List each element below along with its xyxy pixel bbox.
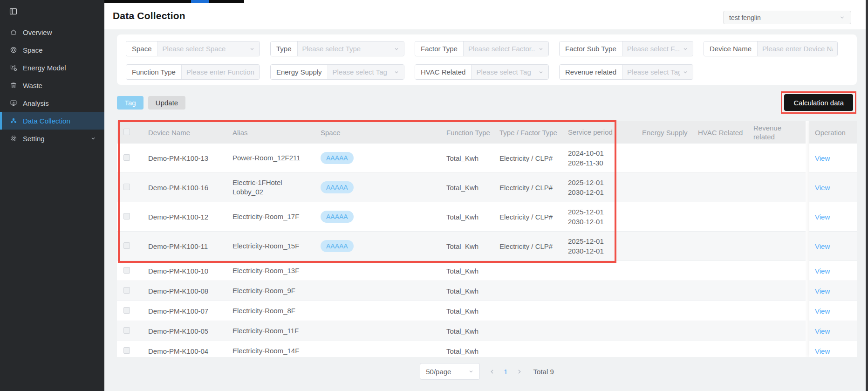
sidebar-item-label: Waste	[23, 82, 42, 89]
factor-type-select[interactable]: Please select Factor...	[463, 41, 548, 56]
prev-page-button[interactable]	[489, 369, 495, 375]
space-tag-badge: AAAAA	[321, 211, 354, 223]
view-link[interactable]: View	[815, 287, 830, 295]
row-checkbox[interactable]	[123, 242, 130, 249]
hvac-related-select[interactable]: Please select Tag	[471, 65, 548, 79]
cell-type-factor: Electricity / CLP#	[494, 184, 562, 192]
space-icon	[9, 46, 17, 54]
browser-tab-fragment	[104, 0, 244, 3]
sidebar-item-energy-model[interactable]: Energy Model	[0, 59, 104, 76]
cell-device-name: Demo-PM-K100-04	[143, 347, 227, 355]
space-tag-badge: AAAAA	[321, 181, 354, 193]
select-all-checkbox[interactable]	[123, 129, 130, 135]
page-number-1[interactable]: 1	[504, 368, 507, 376]
cell-type-factor: Electricity / CLP#	[494, 154, 562, 162]
table-row[interactable]: Demo-PM-K100-16 Electric-1FHotel Lobby_0…	[117, 173, 806, 202]
page-size-select[interactable]: 50/page	[420, 363, 480, 380]
cell-function-type: Total_Kwh	[441, 213, 494, 221]
cell-function-type: Total_Kwh	[441, 242, 494, 250]
operation-column: Operation View View View View View View …	[809, 121, 857, 357]
calculation-data-button[interactable]: Calculation data	[784, 94, 853, 111]
home-icon	[9, 28, 17, 36]
chevron-down-icon	[249, 46, 255, 52]
row-checkbox[interactable]	[123, 287, 130, 294]
row-checkbox[interactable]	[123, 347, 130, 354]
device-name-input[interactable]	[762, 45, 833, 53]
cell-type-factor: Electricity / CLP#	[494, 213, 562, 221]
table-row[interactable]: Demo-PM-K100-05 Electricity-Room_11F Tot…	[117, 321, 806, 341]
space-select[interactable]: Please select Space	[157, 41, 260, 56]
table-row[interactable]: Demo-PM-K100-10 Electricity-Room_13F Tot…	[117, 261, 806, 281]
filter-function-type: Function Type	[126, 64, 260, 80]
table-row[interactable]: Demo-PM-K100-08 Electricity-Room_9F Tota…	[117, 281, 806, 301]
cell-function-type: Total_Kwh	[441, 347, 494, 355]
sidebar-item-space[interactable]: Space	[0, 41, 104, 59]
view-link[interactable]: View	[815, 267, 830, 275]
cell-device-name: Demo-PM-K100-12	[143, 213, 227, 221]
energy-supply-select[interactable]: Please select Tag	[328, 65, 404, 79]
table-row[interactable]: Demo-PM-K100-13 Power-Room_12F211 AAAAA …	[117, 144, 806, 173]
revenue-related-select[interactable]: Please select Tag	[622, 65, 693, 79]
table-row[interactable]: Demo-PM-K100-11 Electricity-Room_15F AAA…	[117, 232, 806, 261]
row-checkbox[interactable]	[123, 267, 130, 274]
table-header-row: Device Name Alias Space Function Type Ty…	[117, 121, 806, 144]
sidebar-item-label: Setting	[23, 135, 45, 143]
update-button[interactable]: Update	[148, 96, 185, 110]
view-link[interactable]: View	[815, 347, 830, 355]
energy-model-icon	[9, 64, 17, 72]
cell-device-name: Demo-PM-K100-10	[143, 267, 227, 275]
chevron-down-icon	[538, 69, 544, 75]
cell-alias: Electricity-Room_11F	[227, 326, 315, 336]
view-link[interactable]: View	[815, 213, 830, 221]
type-select[interactable]: Please select Type	[297, 41, 404, 56]
cell-function-type: Total_Kwh	[441, 184, 494, 192]
data-collection-icon	[9, 117, 17, 125]
filter-revenue-related: Revenue related Please select Tag	[559, 64, 693, 80]
filter-device-name: Device Name	[704, 41, 838, 56]
function-type-input[interactable]	[186, 68, 255, 76]
sidebar-item-label: Space	[23, 46, 43, 54]
cell-service-period: 2025-12-012030-12-01	[562, 207, 636, 226]
sidebar-item-analysis[interactable]: Analysis	[0, 94, 104, 112]
chevron-down-icon	[468, 369, 474, 374]
sidebar-item-waste[interactable]: Waste	[0, 76, 104, 94]
sidebar-item-label: Overview	[23, 28, 52, 36]
filter-energy-supply: Energy Supply Please select Tag	[270, 64, 404, 80]
view-link[interactable]: View	[815, 242, 830, 250]
view-link[interactable]: View	[815, 184, 830, 192]
cell-alias: Electricity-Room_13F	[227, 266, 315, 275]
row-checkbox[interactable]	[123, 307, 130, 314]
row-checkbox[interactable]	[123, 213, 130, 220]
cell-function-type: Total_Kwh	[441, 267, 494, 275]
sidebar-item-setting[interactable]: Setting	[0, 130, 104, 147]
view-link[interactable]: View	[815, 327, 830, 335]
panel-collapse-icon[interactable]	[9, 7, 17, 17]
row-checkbox[interactable]	[123, 327, 130, 334]
cell-type-factor: Electricity / CLP#	[494, 242, 562, 250]
column-header-alias: Alias	[227, 128, 315, 137]
filter-space: Space Please select Space	[126, 41, 260, 56]
sidebar-item-overview[interactable]: Overview	[0, 23, 104, 41]
column-header-revenue-related: Revenue related	[748, 123, 806, 141]
next-page-button[interactable]	[516, 369, 522, 375]
factor-sub-type-select[interactable]: Please select F...	[622, 41, 693, 56]
filter-factor-type: Factor Type Please select Factor...	[415, 41, 549, 56]
space-tag-badge: AAAAA	[321, 240, 354, 252]
cell-service-period: 2025-12-012030-12-01	[562, 178, 636, 197]
table-row[interactable]: Demo-PM-K100-12 Electricity-Room_17F AAA…	[117, 202, 806, 232]
view-link[interactable]: View	[815, 154, 830, 162]
column-header-device-name: Device Name	[143, 128, 227, 137]
view-link[interactable]: View	[815, 307, 830, 315]
table-row[interactable]: Demo-PM-K100-07 Electricity-Room_8F Tota…	[117, 301, 806, 321]
cell-function-type: Total_Kwh	[441, 307, 494, 315]
tag-button[interactable]: Tag	[117, 96, 144, 110]
row-checkbox[interactable]	[123, 184, 130, 190]
cell-device-name: Demo-PM-K100-16	[143, 184, 227, 192]
account-selector[interactable]: test fenglin	[723, 11, 851, 24]
row-checkbox[interactable]	[123, 154, 130, 161]
sidebar: Overview Space Energy Model Waste Analys…	[0, 0, 104, 391]
sidebar-item-label: Data Collection	[23, 117, 70, 125]
sidebar-item-data-collection[interactable]: Data Collection	[0, 112, 104, 130]
table-row[interactable]: Demo-PM-K100-04 Electricity-Room_14F Tot…	[117, 341, 806, 357]
chevron-down-icon	[683, 69, 688, 75]
